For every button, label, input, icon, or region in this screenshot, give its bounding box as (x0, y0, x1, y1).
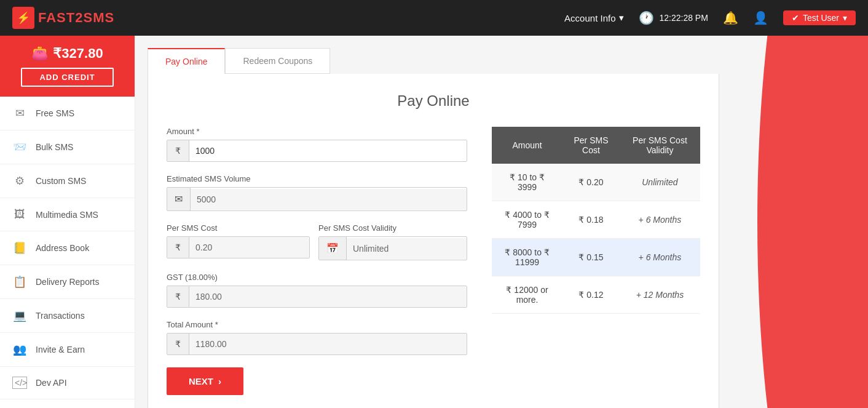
cost-validity-row: Per SMS Cost ₹ Per SMS Cost Validity 📅 (167, 223, 467, 273)
tab-bar: Pay Online Redeem Coupons (148, 48, 856, 74)
pricing-table-element: Amount Per SMS Cost Per SMS Cost Validit… (492, 127, 700, 314)
sidebar-item-invite-earn[interactable]: 👥 Invite & Earn (0, 333, 135, 367)
delivery-reports-icon: 📋 (12, 275, 27, 289)
tab-pay-online[interactable]: Pay Online (148, 48, 225, 74)
address-book-icon: 📒 (12, 241, 27, 255)
validity-label: Per SMS Cost Validity (318, 223, 467, 233)
total-label: Total Amount * (167, 320, 467, 329)
sms-volume-input (191, 189, 467, 210)
per-sms-cost-wrapper: ₹ (167, 236, 310, 258)
checkmark-icon: ✔ (792, 13, 799, 23)
cost-prefix: ₹ (167, 237, 189, 258)
sidebar-label-free-sms: Free SMS (36, 108, 74, 118)
sidebar-item-transactions[interactable]: 💻 Transactions (0, 299, 135, 333)
sidebar-label-transactions: Transactions (36, 311, 85, 321)
per-sms-cost-input (189, 237, 309, 258)
sidebar-label-custom-sms: Custom SMS (36, 176, 86, 186)
sidebar: 👛 ₹327.80 ADD CREDIT ✉ Free SMS 📨 Bulk S… (0, 36, 135, 408)
main-content-area: Pay Online Redeem Coupons Pay Online Amo… (135, 36, 868, 408)
validity-input (347, 238, 467, 259)
next-button[interactable]: NEXT › (167, 367, 243, 395)
next-arrow-icon: › (218, 376, 221, 386)
gst-group: GST (18.00%) ₹ (167, 273, 467, 308)
sidebar-item-address-book[interactable]: 📒 Address Book (0, 231, 135, 265)
sidebar-item-free-sms[interactable]: ✉ Free SMS (0, 97, 135, 130)
header-right: Account Info ▾ 🕐 12:22:28 PM 🔔 👤 ✔ Test … (564, 10, 856, 25)
gst-label: GST (18.00%) (167, 273, 467, 282)
amount-label: Amount * (167, 127, 467, 136)
sidebar-label-delivery-reports: Delivery Reports (36, 277, 99, 287)
clock-icon: 🕐 (639, 10, 654, 25)
next-label: NEXT (189, 376, 213, 386)
support-icon[interactable]: 👤 (753, 10, 768, 25)
logo-icon: ⚡ (12, 7, 34, 29)
main-content: Pay Online Redeem Coupons Pay Online Amo… (135, 36, 868, 408)
gst-input (189, 286, 467, 307)
sms-volume-group: Estimated SMS Volume ✉ (167, 174, 467, 211)
sidebar-label-bulk-sms: Bulk SMS (36, 142, 73, 152)
sidebar-credit: 👛 ₹327.80 ADD CREDIT (0, 36, 135, 97)
sms-volume-label: Estimated SMS Volume (167, 174, 467, 183)
account-info[interactable]: Account Info ▾ (564, 12, 624, 23)
cost-cell: ₹ 0.18 (562, 201, 620, 239)
chevron-down-icon: ▾ (619, 12, 624, 23)
sidebar-item-custom-sms[interactable]: ⚙ Custom SMS (0, 164, 135, 198)
header-time: 🕐 12:22:28 PM (639, 10, 708, 25)
validity-cell: + 6 Months (620, 201, 700, 239)
range-cell: ₹ 4000 to ₹ 7999 (492, 201, 562, 239)
per-sms-cost-label: Per SMS Cost (167, 223, 310, 233)
credit-amount-display: 👛 ₹327.80 (31, 46, 103, 62)
sidebar-item-settings[interactable]: ⚙ Settings (0, 399, 135, 408)
col-header-validity: Per SMS Cost Validity (620, 127, 700, 164)
amount-group: Amount * ₹ (167, 127, 467, 162)
sidebar-label-invite-earn: Invite & Earn (36, 345, 85, 354)
logo-text: FAST2SMS (38, 10, 114, 26)
cost-cell: ₹ 0.12 (562, 276, 620, 314)
per-sms-cost-group: Per SMS Cost ₹ (167, 223, 310, 260)
transactions-icon: 💻 (12, 309, 27, 322)
validity-cell: Unlimited (620, 164, 700, 201)
sidebar-item-delivery-reports[interactable]: 📋 Delivery Reports (0, 265, 135, 299)
amount-prefix: ₹ (167, 140, 189, 161)
amount-input[interactable] (189, 140, 467, 161)
header: ⚡ FAST2SMS Account Info ▾ 🕐 12:22:28 PM … (0, 0, 868, 36)
range-cell: ₹ 12000 or more. (492, 276, 562, 314)
user-chevron-icon: ▾ (843, 13, 847, 23)
validity-group: Per SMS Cost Validity 📅 (318, 223, 467, 260)
table-row: ₹ 12000 or more. ₹ 0.12 + 12 Months (492, 276, 700, 314)
invite-earn-icon: 👥 (12, 343, 27, 356)
col-header-cost: Per SMS Cost (562, 127, 620, 164)
free-sms-icon: ✉ (12, 106, 27, 120)
credit-amount: ₹327.80 (53, 46, 103, 62)
validity-cell: + 12 Months (620, 276, 700, 314)
sidebar-item-bulk-sms[interactable]: 📨 Bulk SMS (0, 130, 135, 164)
gst-prefix: ₹ (167, 286, 189, 307)
sidebar-item-multimedia-sms[interactable]: 🖼 Multimedia SMS (0, 198, 135, 231)
add-credit-button[interactable]: ADD CREDIT (21, 68, 113, 87)
card-title: Pay Online (167, 92, 700, 110)
range-cell: ₹ 8000 to ₹ 11999 (492, 239, 562, 276)
envelope-icon: ✉ (167, 188, 191, 210)
account-info-label: Account Info (564, 13, 615, 23)
notification-icon[interactable]: 🔔 (723, 10, 738, 25)
sidebar-label-dev-api: Dev API (36, 378, 67, 388)
col-header-amount: Amount (492, 127, 562, 164)
total-group: Total Amount * ₹ (167, 320, 467, 355)
pricing-table: Amount Per SMS Cost Per SMS Cost Validit… (492, 127, 700, 395)
form-layout: Amount * ₹ Estimated SMS Volume ✉ (167, 127, 700, 395)
cost-cell: ₹ 0.15 (562, 239, 620, 276)
user-badge[interactable]: ✔ Test User ▾ (783, 10, 856, 25)
time-display: 12:22:28 PM (659, 13, 708, 23)
user-label: Test User (803, 13, 839, 23)
tab-redeem-coupons[interactable]: Redeem Coupons (225, 48, 330, 74)
sidebar-item-dev-api[interactable]: </> Dev API (0, 367, 135, 399)
validity-cell: + 6 Months (620, 239, 700, 276)
range-cell: ₹ 10 to ₹ 3999 (492, 164, 562, 201)
layout: 👛 ₹327.80 ADD CREDIT ✉ Free SMS 📨 Bulk S… (0, 36, 868, 408)
bulk-sms-icon: 📨 (12, 140, 27, 154)
calendar-icon: 📅 (319, 237, 347, 260)
table-row: ₹ 8000 to ₹ 11999 ₹ 0.15 + 6 Months (492, 239, 700, 276)
logo[interactable]: ⚡ FAST2SMS (12, 7, 114, 29)
table-row: ₹ 10 to ₹ 3999 ₹ 0.20 Unlimited (492, 164, 700, 201)
multimedia-sms-icon: 🖼 (12, 208, 27, 221)
